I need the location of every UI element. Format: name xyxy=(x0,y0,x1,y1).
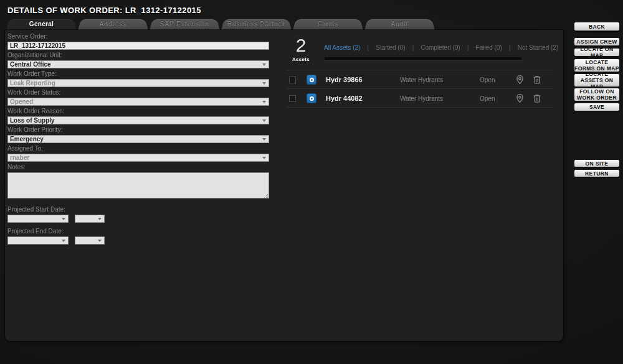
locate-pin-icon[interactable] xyxy=(515,93,525,106)
assets-count-label: Assets xyxy=(283,57,319,62)
delete-trash-icon[interactable] xyxy=(532,74,542,88)
on-site-button[interactable]: ON SITE xyxy=(574,159,620,167)
work-order-type-label: Work Order Type: xyxy=(7,70,272,77)
assigned-to-label: Assigned To: xyxy=(7,145,272,152)
locate-assets-on-map-button[interactable]: LOCATE ASSETS ON MAP xyxy=(574,73,620,87)
assigned-to-value: rnaber xyxy=(10,154,267,161)
chevron-down-icon xyxy=(262,157,266,159)
chevron-down-icon xyxy=(98,218,102,220)
projected-start-time-select[interactable] xyxy=(75,215,105,223)
work-order-priority-select[interactable]: Emergency xyxy=(7,135,269,143)
tab-audit-label: Audit xyxy=(364,18,435,30)
assigned-to-select[interactable]: rnaber xyxy=(7,154,269,162)
projected-end-date-label: Projected End Date: xyxy=(7,228,272,235)
asset-type: Water Hydrants xyxy=(400,77,443,83)
filter-all-assets[interactable]: All Assets (2) xyxy=(324,44,360,51)
asset-checkbox[interactable] xyxy=(289,95,296,102)
chevron-down-icon xyxy=(62,240,65,242)
filter-separator: | xyxy=(509,44,511,51)
work-order-form: Service Order: Organizational Unit: Cent… xyxy=(7,33,272,250)
chevron-down-icon xyxy=(262,119,266,122)
chevron-down-icon xyxy=(262,82,266,85)
tab-sap-extension[interactable]: SAP Extension xyxy=(150,18,220,30)
assets-count-block: 2 Assets xyxy=(283,35,319,62)
chevron-down-icon xyxy=(262,101,266,103)
back-button[interactable]: BACK xyxy=(574,22,620,31)
hydrant-icon xyxy=(307,75,316,85)
return-button[interactable]: RETURN xyxy=(574,169,620,177)
projected-end-date-select[interactable] xyxy=(7,236,69,245)
delete-trash-icon[interactable] xyxy=(532,93,542,106)
work-order-priority-value: Emergency xyxy=(10,136,267,142)
chevron-down-icon xyxy=(262,63,266,66)
tab-general[interactable]: General xyxy=(6,18,77,30)
resize-grip-icon[interactable] xyxy=(264,194,268,198)
work-order-detail-panel: Service Order: Organizational Unit: Cent… xyxy=(5,30,563,341)
tab-audit[interactable]: Audit xyxy=(364,18,435,30)
work-order-priority-label: Work Order Priority: xyxy=(7,126,272,133)
field-organizational-unit: Organizational Unit: Central Office xyxy=(7,52,272,68)
locate-on-map-button[interactable]: LOCATE ON MAP xyxy=(574,48,620,57)
page-title: DETAILS OF WORK ORDER: LR_1312-17122015 xyxy=(7,6,201,15)
assets-progress-bar xyxy=(324,57,522,60)
assign-crew-button[interactable]: ASSIGN CREW xyxy=(574,37,620,46)
work-order-type-select: Leak Reporting xyxy=(7,79,269,87)
asset-row[interactable]: Hydr 44082 Water Hydrants Open xyxy=(287,89,554,108)
asset-checkbox[interactable] xyxy=(289,77,296,83)
organizational-unit-label: Organizational Unit: xyxy=(7,52,272,58)
follow-on-work-order-button[interactable]: FOLLOW ON WORK ORDER xyxy=(574,88,620,101)
tab-sap-extension-label: SAP Extension xyxy=(150,18,220,30)
filter-separator: | xyxy=(412,44,414,51)
asset-status: Open xyxy=(480,95,495,102)
tab-business-partner-label: Business Partner xyxy=(221,18,292,30)
work-order-status-select: Opened xyxy=(7,98,269,106)
work-order-type-value: Leak Reporting xyxy=(10,80,267,86)
field-service-order: Service Order: xyxy=(7,33,272,50)
filter-completed[interactable]: Completed (0) xyxy=(421,44,460,51)
save-button[interactable]: SAVE xyxy=(574,103,620,111)
service-order-label: Service Order: xyxy=(7,33,272,40)
field-notes: Notes: xyxy=(7,164,272,201)
work-order-reason-value: Loss of Supply xyxy=(10,117,267,124)
asset-row[interactable]: Hydr 39866 Water Hydrants Open xyxy=(287,70,554,89)
notes-label: Notes: xyxy=(7,164,272,170)
work-order-status-value: Opened xyxy=(10,98,267,105)
tab-bar: General Address SAP Extension Business P… xyxy=(6,18,436,30)
field-work-order-status: Work Order Status: Opened xyxy=(7,89,272,106)
field-projected-end-date: Projected End Date: xyxy=(7,228,272,245)
field-work-order-type: Work Order Type: Leak Reporting xyxy=(7,70,272,87)
tab-forms-label: Forms xyxy=(293,18,363,30)
notes-textarea[interactable] xyxy=(7,172,269,198)
projected-end-time-select[interactable] xyxy=(75,236,105,245)
filter-not-started[interactable]: Not Started (2) xyxy=(518,44,559,51)
work-order-status-label: Work Order Status: xyxy=(7,89,272,96)
work-order-reason-select[interactable]: Loss of Supply xyxy=(7,116,269,124)
locate-forms-on-map-button[interactable]: LOCATE FORMS ON MAP xyxy=(574,58,620,72)
projected-start-date-select[interactable] xyxy=(7,215,69,223)
asset-name: Hydr 39866 xyxy=(326,76,363,83)
asset-filters: All Assets (2) | Started (0) | Completed… xyxy=(324,44,558,51)
locate-pin-icon[interactable] xyxy=(515,74,525,88)
chevron-down-icon xyxy=(262,138,266,141)
organizational-unit-value: Central Office xyxy=(10,61,267,68)
asset-type: Water Hydrants xyxy=(400,95,443,102)
filter-failed[interactable]: Failed (0) xyxy=(476,44,502,51)
asset-status: Open xyxy=(480,77,495,83)
asset-name: Hydr 44082 xyxy=(326,95,363,102)
work-order-reason-label: Work Order Reason: xyxy=(7,108,272,114)
tab-address-label: Address xyxy=(78,18,148,30)
projected-start-date-label: Projected Start Date: xyxy=(7,206,272,213)
tab-general-label: General xyxy=(6,18,77,30)
service-order-input[interactable] xyxy=(7,42,269,50)
tab-address[interactable]: Address xyxy=(78,18,148,30)
hydrant-icon xyxy=(307,93,316,103)
assets-section: 2 Assets All Assets (2) | Started (0) | … xyxy=(283,35,561,108)
filter-separator: | xyxy=(367,44,369,51)
chevron-down-icon xyxy=(98,240,102,242)
tab-business-partner[interactable]: Business Partner xyxy=(221,18,292,30)
asset-list: Hydr 39866 Water Hydrants Open xyxy=(287,70,554,108)
filter-separator: | xyxy=(467,44,469,51)
tab-forms[interactable]: Forms xyxy=(293,18,363,30)
filter-started[interactable]: Started (0) xyxy=(376,44,405,51)
organizational-unit-select[interactable]: Central Office xyxy=(7,60,269,68)
